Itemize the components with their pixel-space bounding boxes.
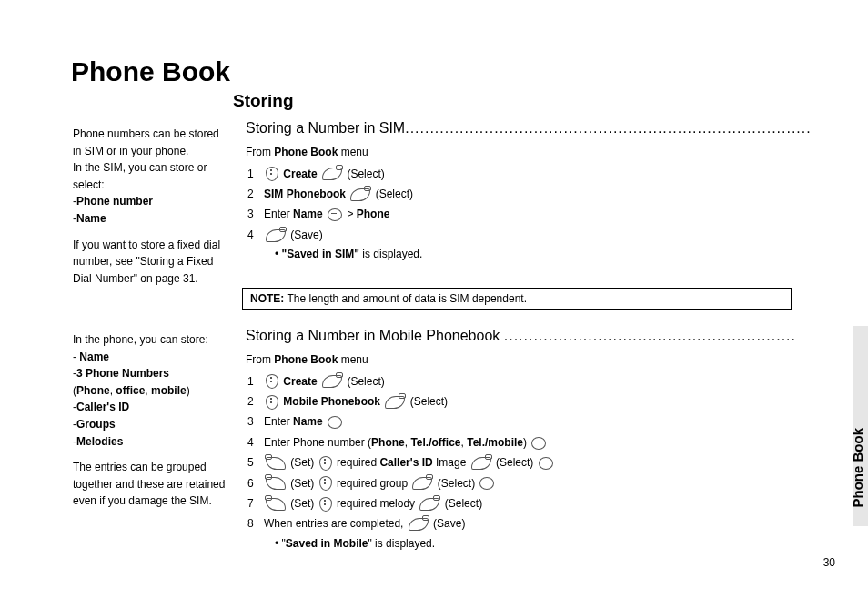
softkey-left-icon <box>266 477 286 490</box>
sim-step4-paren: (Save) <box>290 228 322 241</box>
sim-step3-a: Enter <box>264 208 293 220</box>
leader-dots: ........................................… <box>504 328 796 343</box>
note-box: NOTE: The length and amount of data is S… <box>242 288 792 310</box>
round-key-icon <box>479 477 494 490</box>
mob-step4-b1: Phone <box>371 436 405 449</box>
mob-step-5: (Set) required Caller's ID Image (Select… <box>246 453 810 472</box>
softkey-icon <box>385 396 405 409</box>
sim-step2-paren: (Select) <box>376 188 413 200</box>
nav-key-icon <box>266 374 278 389</box>
softkey-icon <box>322 375 342 388</box>
sidebar-sim-p1: Phone numbers can be stored in SIM or in… <box>73 126 226 159</box>
mob-step4-b2: Tel./office <box>410 436 460 449</box>
from-menu-line: From Phone Book menu <box>246 144 810 161</box>
section-heading: Storing <box>233 91 294 111</box>
from-prefix: From <box>246 146 274 158</box>
sb2-li2b-3: mobile <box>151 384 187 397</box>
mob-step4-d: ) <box>523 436 527 449</box>
mob-result-bold: Saved in Mobile <box>286 537 368 550</box>
sim-step3-b2: Phone <box>357 208 390 220</box>
from-bold: Phone Book <box>274 146 338 158</box>
sb2-li4: Groups <box>76 418 116 431</box>
from2-bold: Phone Book <box>274 353 338 366</box>
sim-step3-mid: > <box>347 208 356 220</box>
mob-step8-a: When entries are completed, <box>264 517 403 530</box>
nav-key-icon <box>319 456 332 471</box>
mob-step-1: Create (Select) <box>246 372 810 391</box>
sidebar-sim-li2: -Name <box>73 210 226 228</box>
mob-step8-paren: (Save) <box>433 517 465 530</box>
main-mobile: From Phone Book menu Create (Select) Mob… <box>246 351 810 552</box>
mob-step3-a: Enter <box>264 415 293 428</box>
sb2-li2b-2: office <box>116 384 145 397</box>
main-sim: From Phone Book menu Create (Select) SIM… <box>246 144 810 263</box>
softkey-left-icon <box>266 498 286 511</box>
sim-step2-b: SIM Phonebook <box>264 188 346 200</box>
nav-key-icon <box>266 167 278 181</box>
note-label: NOTE: <box>250 292 284 305</box>
note-text: The length and amount of data is SIM dep… <box>284 292 527 305</box>
sim-step3-b1: Name <box>293 208 323 220</box>
from-suffix: menu <box>338 146 368 158</box>
mob-step-7: (Set) required melody (Select) <box>246 494 810 513</box>
softkey-icon <box>412 477 432 490</box>
sb2-li2b-1: Phone <box>76 384 110 397</box>
mob-step5-mid: required <box>337 456 379 469</box>
mob-step1-b: Create <box>283 375 317 388</box>
sb2-li5: Melodies <box>76 435 123 448</box>
mob-step4-a: Enter Phone number ( <box>264 436 371 449</box>
subheading-sim-text: Storing a Number in SIM <box>246 120 405 136</box>
sim-step1-create: Create <box>283 168 317 180</box>
sim-result: • "Saved in SIM" is displayed. <box>275 246 810 263</box>
sidebar-mobile-li3: -Caller's ID <box>73 399 226 416</box>
sim-step-3: Enter Name > Phone <box>246 205 810 223</box>
sim-step-2: SIM Phonebook (Select) <box>246 185 810 203</box>
mob-step2-b: Mobile Phonebook <box>283 395 380 408</box>
sb2-li2b-close: ) <box>187 384 190 397</box>
sidebar-sim-li1-b: Phone number <box>76 195 153 208</box>
mob-step5-b: Caller's ID <box>379 456 432 469</box>
steps-sim: Create (Select) SIM Phonebook (Select) E… <box>246 165 810 245</box>
mob-result-prefix: • " <box>275 537 286 550</box>
sidebar-sim: Phone numbers can be stored in SIM or in… <box>73 126 226 287</box>
mob-step-8: When entries are completed, (Save) <box>246 514 810 533</box>
softkey-icon <box>419 498 439 511</box>
mob-step-6: (Set) required group (Select) <box>246 474 810 493</box>
softkey-icon <box>322 168 342 180</box>
mobile-result: • "Saved in Mobile" is displayed. <box>275 535 810 553</box>
mob-step-2: Mobile Phonebook (Select) <box>246 392 810 411</box>
softkey-icon <box>266 229 286 242</box>
mob-step-3: Enter Name <box>246 412 810 431</box>
sidebar-sim-li1: -Phone number <box>73 193 226 210</box>
sim-step-4: (Save) <box>246 226 810 244</box>
nav-key-icon <box>319 497 332 512</box>
round-key-icon <box>539 457 553 470</box>
sim-result-suffix: is displayed. <box>359 248 422 260</box>
subheading-sim: Storing a Number in SIM.................… <box>246 120 812 137</box>
sidebar-mobile-li2b: (Phone, office, mobile) <box>73 382 226 400</box>
round-key-icon <box>328 208 342 221</box>
leader-dots: ........................................… <box>405 120 812 136</box>
sidebar-mobile-p1: In the phone, you can store: <box>73 331 226 349</box>
side-tab-label: Phone Book <box>850 428 865 508</box>
subheading-mobile-text: Storing a Number in Mobile Phonebook <box>246 328 500 343</box>
softkey-icon <box>409 518 429 531</box>
mob-step6-sel: (Select) <box>438 477 475 490</box>
nav-key-icon <box>266 395 278 410</box>
from2-prefix: From <box>246 353 274 366</box>
mob-step5-set: (Set) <box>290 456 314 469</box>
from-menu-line-2: From Phone Book menu <box>246 351 810 369</box>
mob-step2-paren: (Select) <box>410 395 448 408</box>
mob-step4-b3: Tel./mobile <box>467 436 523 449</box>
sb2-li3: Caller's ID <box>76 401 129 413</box>
nav-key-icon <box>319 476 332 491</box>
sim-step1-paren: (Select) <box>347 168 384 180</box>
sidebar-mobile-li2: -3 Phone Numbers <box>73 365 226 382</box>
mob-step-4: Enter Phone number (Phone, Tel./office, … <box>246 433 810 452</box>
mob-step5-img: Image <box>433 456 467 469</box>
mob-step6-set: (Set) <box>290 477 314 490</box>
mob-step1-paren: (Select) <box>347 375 384 388</box>
round-key-icon <box>328 416 342 429</box>
sidebar-mobile: In the phone, you can store: - Name -3 P… <box>73 331 226 510</box>
softkey-icon <box>471 457 491 470</box>
